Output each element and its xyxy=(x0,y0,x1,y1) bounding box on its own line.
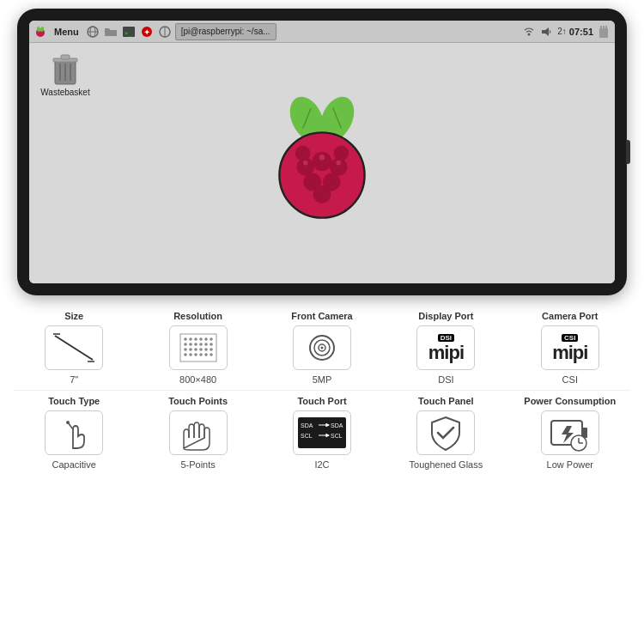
svg-point-58 xyxy=(189,348,192,351)
svg-point-60 xyxy=(199,348,203,351)
svg-point-32 xyxy=(313,185,331,204)
svg-point-53 xyxy=(194,343,197,346)
svg-point-68 xyxy=(210,353,213,356)
svg-point-51 xyxy=(184,343,187,346)
touch-panel-label: Touch Panel xyxy=(418,396,474,406)
touch-port-value: I2C xyxy=(314,459,329,470)
terminal-icon[interactable]: >_ xyxy=(121,24,137,39)
svg-rect-20 xyxy=(61,55,70,59)
dsi-badge: DSI mipi xyxy=(428,334,464,362)
svg-point-74 xyxy=(66,421,70,424)
power-button[interactable] xyxy=(626,140,630,164)
shield-icon-box xyxy=(416,410,475,455)
svg-point-48 xyxy=(199,337,203,341)
star-icon[interactable]: ✦ xyxy=(139,24,155,39)
spec-camera: Front Camera 5MP xyxy=(262,311,382,385)
svg-point-62 xyxy=(210,348,213,351)
touch-points-value: 5-Points xyxy=(180,459,215,470)
resolution-icon-box xyxy=(169,325,228,370)
size-value: 7" xyxy=(70,374,78,385)
i2c-icon-box: SDA SDA SCL SCL xyxy=(293,410,351,455)
spec-power: Power Consumption Low Power xyxy=(510,396,630,470)
power-label: Power Consumption xyxy=(524,396,616,406)
svg-point-55 xyxy=(204,343,208,346)
svg-point-49 xyxy=(204,337,208,341)
resolution-label: Resolution xyxy=(173,311,222,321)
wastebasket-image xyxy=(48,52,82,86)
svg-point-61 xyxy=(204,348,208,351)
svg-point-56 xyxy=(210,343,213,346)
specs-row-2: Touch Type Capacitive Touch Points xyxy=(14,396,630,470)
size-label: Size xyxy=(64,311,83,321)
spec-resolution: Resolution 800×480 xyxy=(137,311,258,385)
screen: Menu >_ ✦ [pi@raspberrypi: ~/sa... xyxy=(29,21,615,283)
svg-point-67 xyxy=(204,353,208,356)
camera-value: 5MP xyxy=(313,374,332,385)
svg-point-35 xyxy=(319,155,325,160)
wastebasket-label: Wastebasket xyxy=(40,88,89,97)
wastebasket-icon[interactable]: Wastebasket xyxy=(38,52,93,97)
svg-point-54 xyxy=(199,343,203,346)
svg-line-41 xyxy=(55,336,93,360)
touch-type-label: Touch Type xyxy=(48,396,100,406)
specs-section: Size 7" Resolution xyxy=(0,295,644,478)
spec-touch-type: Touch Type Capacitive xyxy=(14,396,134,470)
svg-point-66 xyxy=(199,353,203,356)
globe-icon[interactable] xyxy=(85,24,100,39)
svg-point-34 xyxy=(334,146,349,161)
svg-point-37 xyxy=(336,161,341,166)
svg-text:SCL: SCL xyxy=(301,433,313,439)
touch-points-label: Touch Points xyxy=(168,396,228,406)
taskbar-right: 2↑ 07:51 xyxy=(521,24,611,39)
svg-point-59 xyxy=(194,348,197,351)
row-divider xyxy=(14,390,630,391)
spec-touch-panel: Touch Panel Toughened Glass xyxy=(386,396,506,470)
spec-touch-port: Touch Port SDA SDA SCL SCL xyxy=(262,396,382,470)
resolution-value: 800×480 xyxy=(179,374,216,385)
folder-icon[interactable] xyxy=(103,24,118,39)
svg-point-47 xyxy=(194,337,197,341)
window-label[interactable]: [pi@raspberrypi: ~/sa... xyxy=(175,23,276,40)
spec-camera-port: Camera Port CSI mipi CSI xyxy=(510,311,630,385)
svg-point-57 xyxy=(184,348,187,351)
network-icon[interactable] xyxy=(157,24,173,39)
dsi-mipi-text: mipi xyxy=(428,343,464,362)
camera-port-label: Camera Port xyxy=(542,311,598,321)
svg-point-45 xyxy=(184,337,187,341)
svg-text:SDA: SDA xyxy=(301,422,313,428)
csi-conn-label: CSI xyxy=(562,334,578,342)
wifi-icon xyxy=(521,24,537,39)
camera-icon-box xyxy=(293,325,351,370)
svg-text:>_: >_ xyxy=(125,30,132,37)
svg-text:✦: ✦ xyxy=(143,27,150,37)
svg-point-50 xyxy=(210,337,213,341)
power-value: Low Power xyxy=(547,459,593,470)
svg-point-33 xyxy=(295,146,311,161)
menu-label[interactable]: Menu xyxy=(51,27,82,37)
display-port-value: DSI xyxy=(438,374,453,385)
raspberry-icon xyxy=(33,24,48,39)
svg-rect-14 xyxy=(599,28,608,38)
svg-rect-17 xyxy=(605,26,607,29)
touch-panel-value: Toughened Glass xyxy=(410,459,483,470)
svg-point-52 xyxy=(189,343,192,346)
desktop: Wastebasket xyxy=(29,43,615,283)
battery-indicator: 2↑ xyxy=(557,27,567,36)
csi-icon-box: CSI mipi xyxy=(541,325,599,370)
spec-display-port: Display Port DSI mipi DSI xyxy=(386,311,506,385)
svg-point-64 xyxy=(189,353,192,356)
svg-point-63 xyxy=(184,353,187,356)
camera-label: Front Camera xyxy=(291,311,353,321)
taskbar: Menu >_ ✦ [pi@raspberrypi: ~/sa... xyxy=(29,21,615,43)
spec-touch-points: Touch Points 5-Points xyxy=(137,396,258,470)
clock: 07:51 xyxy=(569,27,593,37)
display-port-label: Display Port xyxy=(418,311,473,321)
dsi-icon-box: DSI mipi xyxy=(416,325,475,370)
svg-text:SCL: SCL xyxy=(331,433,343,439)
csi-mipi-text: mipi xyxy=(552,343,587,362)
touch-type-value: Capacitive xyxy=(52,459,96,470)
touch-icon-box xyxy=(45,410,103,455)
power-icon-box xyxy=(541,410,599,455)
svg-rect-13 xyxy=(542,30,545,33)
speaker-icon xyxy=(539,24,555,39)
